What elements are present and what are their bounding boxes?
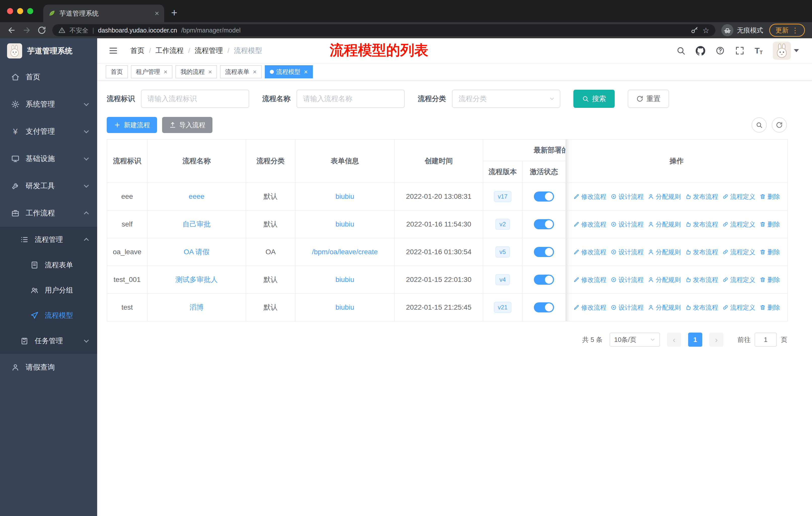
form-info-link[interactable]: biubiu	[336, 276, 354, 283]
browser-menu-icon[interactable]: ⋮	[792, 26, 799, 34]
tab-close-icon[interactable]: ×	[154, 9, 159, 18]
form-info-link[interactable]: biubiu	[336, 192, 354, 200]
sidebar-item-workflow[interactable]: 工作流程	[0, 199, 97, 227]
tab-tag-process-form[interactable]: 流程表单×	[220, 65, 262, 78]
tag-close-icon[interactable]: ×	[253, 68, 257, 76]
action-delete-link[interactable]: 删除	[759, 248, 780, 256]
help-icon[interactable]	[715, 46, 725, 55]
process-name-link[interactable]: eeee	[189, 192, 204, 200]
tab-tag-my-process[interactable]: 我的流程×	[175, 65, 217, 78]
process-name-input[interactable]	[296, 90, 405, 108]
sidebar-item-process-model[interactable]: 流程模型	[0, 303, 97, 328]
action-definition-link[interactable]: 流程定义	[722, 248, 755, 256]
action-design-link[interactable]: 设计流程	[610, 220, 644, 228]
action-design-link[interactable]: 设计流程	[610, 276, 644, 284]
tag-close-icon[interactable]: ×	[304, 68, 308, 76]
action-modify-link[interactable]: 修改流程	[573, 276, 606, 284]
sidebar-item-process-form[interactable]: 流程表单	[0, 252, 97, 278]
tab-tag-tenant[interactable]: 租户管理×	[131, 65, 172, 78]
action-publish-link[interactable]: 发布流程	[685, 192, 718, 201]
github-icon[interactable]	[696, 46, 705, 55]
sidebar-item-home[interactable]: 首页	[0, 63, 97, 91]
sidebar-item-task-management[interactable]: 任务管理	[0, 328, 97, 354]
action-modify-link[interactable]: 修改流程	[573, 220, 606, 228]
browser-tab[interactable]: 芋道管理系统 ×	[43, 4, 164, 22]
import-process-button[interactable]: 导入流程	[162, 117, 212, 133]
action-delete-link[interactable]: 删除	[759, 192, 780, 201]
form-info-link[interactable]: /bpm/oa/leave/create	[312, 248, 378, 256]
sidebar-item-system[interactable]: 系统管理	[0, 91, 97, 118]
action-definition-link[interactable]: 流程定义	[722, 303, 755, 312]
action-modify-link[interactable]: 修改流程	[573, 303, 606, 312]
sidebar-item-process-management[interactable]: 流程管理	[0, 227, 97, 252]
goto-page-input[interactable]	[755, 332, 777, 347]
action-modify-link[interactable]: 修改流程	[573, 192, 606, 201]
action-design-link[interactable]: 设计流程	[610, 192, 644, 201]
show-search-button[interactable]	[752, 117, 767, 133]
close-window-button[interactable]	[7, 8, 13, 14]
forward-icon[interactable]	[22, 26, 31, 35]
process-category-select[interactable]: 流程分类	[452, 90, 560, 108]
active-toggle[interactable]	[534, 191, 554, 201]
active-toggle[interactable]	[534, 247, 554, 257]
process-name-link[interactable]: OA 请假	[184, 248, 210, 256]
sidebar-collapse-icon[interactable]	[108, 46, 118, 56]
process-name-link[interactable]: 自己审批	[182, 220, 211, 228]
prev-page-button[interactable]: ‹	[667, 332, 681, 347]
header-search-icon[interactable]	[676, 46, 686, 55]
action-publish-link[interactable]: 发布流程	[685, 248, 718, 256]
search-button[interactable]: 搜索	[573, 90, 615, 108]
action-publish-link[interactable]: 发布流程	[685, 220, 718, 228]
minimize-window-button[interactable]	[17, 8, 23, 14]
tag-close-icon[interactable]: ×	[208, 68, 212, 76]
tag-close-icon[interactable]: ×	[164, 68, 167, 76]
tab-tag-process-model[interactable]: 流程模型×	[265, 65, 313, 78]
process-name-link[interactable]: 滔博	[190, 303, 204, 311]
fullscreen-icon[interactable]	[735, 46, 745, 55]
action-design-link[interactable]: 设计流程	[610, 303, 644, 312]
reload-icon[interactable]	[37, 26, 46, 35]
form-info-link[interactable]: biubiu	[336, 303, 354, 311]
action-assign-rule-link[interactable]: 分配规则	[648, 303, 681, 312]
action-design-link[interactable]: 设计流程	[610, 248, 644, 256]
action-delete-link[interactable]: 删除	[759, 220, 780, 228]
action-assign-rule-link[interactable]: 分配规则	[648, 220, 681, 228]
reset-button[interactable]: 重置	[628, 90, 669, 108]
sidebar-item-user-group[interactable]: 用户分组	[0, 278, 97, 303]
address-bar[interactable]: 不安全 | dashboard.yudao.iocoder.cn/bpm/man…	[52, 24, 715, 36]
action-delete-link[interactable]: 删除	[759, 276, 780, 284]
font-size-icon[interactable]: TT	[755, 46, 763, 55]
action-publish-link[interactable]: 发布流程	[685, 303, 718, 312]
action-modify-link[interactable]: 修改流程	[573, 248, 606, 256]
breadcrumb-item[interactable]: 流程管理	[195, 46, 223, 55]
active-toggle[interactable]	[534, 275, 554, 285]
sidebar-item-infrastructure[interactable]: 基础设施	[0, 145, 97, 172]
action-definition-link[interactable]: 流程定义	[722, 276, 755, 284]
process-name-link[interactable]: 测试多审批人	[175, 276, 218, 283]
key-icon[interactable]	[690, 26, 698, 34]
page-1-button[interactable]: 1	[688, 332, 702, 347]
back-icon[interactable]	[7, 26, 16, 35]
sidebar-item-devtools[interactable]: 研发工具	[0, 172, 97, 199]
tab-tag-home[interactable]: 首页	[106, 65, 128, 78]
active-toggle[interactable]	[534, 219, 554, 229]
update-browser-button[interactable]: 更新 ⋮	[769, 24, 805, 37]
active-toggle[interactable]	[534, 302, 554, 313]
form-info-link[interactable]: biubiu	[336, 220, 354, 228]
action-assign-rule-link[interactable]: 分配规则	[648, 248, 681, 256]
user-avatar[interactable]	[773, 42, 799, 60]
create-process-button[interactable]: 新建流程	[107, 117, 157, 133]
maximize-window-button[interactable]	[27, 8, 33, 14]
action-delete-link[interactable]: 删除	[759, 303, 780, 312]
breadcrumb-item[interactable]: 首页	[130, 46, 144, 55]
action-assign-rule-link[interactable]: 分配规则	[648, 192, 681, 201]
page-size-select[interactable]: 10条/页	[610, 332, 660, 347]
sidebar-item-payment[interactable]: ¥支付管理	[0, 118, 97, 145]
next-page-button[interactable]: ›	[709, 332, 723, 347]
action-publish-link[interactable]: 发布流程	[685, 276, 718, 284]
action-definition-link[interactable]: 流程定义	[722, 192, 755, 201]
process-key-input[interactable]	[141, 90, 249, 108]
action-definition-link[interactable]: 流程定义	[722, 220, 755, 228]
refresh-table-button[interactable]	[772, 117, 787, 133]
sidebar-item-leave-query[interactable]: 请假查询	[0, 354, 97, 381]
